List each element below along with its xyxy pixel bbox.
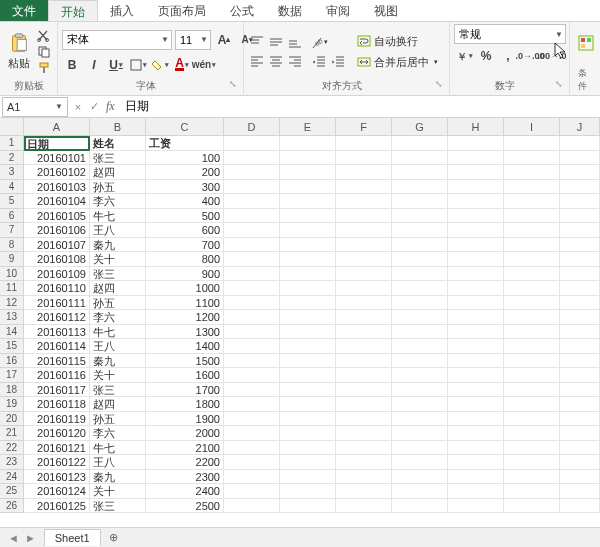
paste-button[interactable]: 粘贴 — [4, 30, 34, 73]
cell[interactable] — [448, 441, 504, 456]
phonetic-button[interactable]: wén▾ — [194, 56, 214, 74]
font-size-input[interactable] — [176, 31, 198, 49]
align-middle-button[interactable] — [267, 33, 285, 51]
fill-color-button[interactable]: ▾ — [150, 56, 170, 74]
cell[interactable] — [336, 136, 392, 151]
cell[interactable] — [560, 470, 600, 485]
font-dialog-launcher[interactable]: ⤡ — [229, 79, 239, 94]
cell[interactable]: 秦九 — [90, 354, 146, 369]
cell[interactable] — [280, 252, 336, 267]
cell[interactable] — [448, 209, 504, 224]
chevron-down-icon[interactable]: ▼ — [198, 35, 210, 44]
cell[interactable] — [504, 281, 560, 296]
cell[interactable] — [504, 267, 560, 282]
cell[interactable] — [280, 484, 336, 499]
cell[interactable] — [224, 470, 280, 485]
cell[interactable] — [392, 499, 448, 514]
cell[interactable]: 赵四 — [90, 397, 146, 412]
font-name-input[interactable] — [63, 31, 159, 49]
cell[interactable]: 500 — [146, 209, 224, 224]
cell[interactable] — [448, 455, 504, 470]
cell[interactable] — [336, 484, 392, 499]
cell[interactable]: 20160106 — [24, 223, 90, 238]
cell[interactable]: 赵四 — [90, 281, 146, 296]
cell[interactable] — [336, 354, 392, 369]
align-left-button[interactable] — [248, 52, 266, 70]
cell[interactable] — [448, 180, 504, 195]
row-header[interactable]: 26 — [0, 499, 24, 514]
cell[interactable]: 1500 — [146, 354, 224, 369]
cell[interactable] — [504, 223, 560, 238]
cell[interactable]: 1900 — [146, 412, 224, 427]
cell[interactable] — [560, 267, 600, 282]
cell[interactable] — [336, 426, 392, 441]
cell[interactable]: 1000 — [146, 281, 224, 296]
cell[interactable]: 800 — [146, 252, 224, 267]
cell[interactable] — [504, 455, 560, 470]
cell[interactable]: 20160109 — [24, 267, 90, 282]
cell[interactable] — [448, 325, 504, 340]
cell[interactable]: 20160105 — [24, 209, 90, 224]
cell[interactable]: 20160121 — [24, 441, 90, 456]
cell[interactable]: 关十 — [90, 484, 146, 499]
cell[interactable] — [280, 412, 336, 427]
cell[interactable] — [224, 426, 280, 441]
cell[interactable] — [224, 223, 280, 238]
cell[interactable]: 姓名 — [90, 136, 146, 151]
cell[interactable] — [504, 368, 560, 383]
cell[interactable] — [560, 441, 600, 456]
cell[interactable] — [224, 484, 280, 499]
cell[interactable]: 300 — [146, 180, 224, 195]
cell[interactable] — [448, 484, 504, 499]
cell[interactable] — [336, 223, 392, 238]
cell[interactable]: 关十 — [90, 252, 146, 267]
row-header[interactable]: 11 — [0, 281, 24, 296]
cell[interactable]: 王八 — [90, 339, 146, 354]
cell[interactable] — [448, 165, 504, 180]
col-header[interactable]: F — [336, 118, 392, 136]
tab-视图[interactable]: 视图 — [362, 0, 410, 21]
alignment-dialog-launcher[interactable]: ⤡ — [435, 79, 445, 94]
cell[interactable] — [280, 339, 336, 354]
cell[interactable] — [224, 281, 280, 296]
cell[interactable] — [560, 194, 600, 209]
cell[interactable]: 张三 — [90, 151, 146, 166]
cell[interactable]: 1200 — [146, 310, 224, 325]
col-header[interactable]: C — [146, 118, 224, 136]
cell[interactable] — [504, 151, 560, 166]
format-painter-button[interactable] — [36, 61, 52, 75]
cell[interactable] — [280, 325, 336, 340]
cell[interactable]: 20160122 — [24, 455, 90, 470]
bold-button[interactable]: B — [62, 56, 82, 74]
cell[interactable] — [448, 470, 504, 485]
cell[interactable] — [224, 383, 280, 398]
chevron-down-icon[interactable]: ▼ — [55, 102, 63, 111]
cell[interactable]: 20160114 — [24, 339, 90, 354]
increase-font-button[interactable]: A▴ — [214, 31, 234, 49]
cell[interactable] — [448, 339, 504, 354]
cell[interactable] — [392, 136, 448, 151]
cell[interactable]: 20160110 — [24, 281, 90, 296]
cell[interactable] — [224, 310, 280, 325]
cell[interactable] — [224, 238, 280, 253]
cell[interactable]: 20160111 — [24, 296, 90, 311]
cell[interactable]: 2500 — [146, 499, 224, 514]
cell[interactable] — [280, 499, 336, 514]
cell[interactable] — [224, 455, 280, 470]
select-all-button[interactable] — [0, 118, 24, 136]
cell[interactable] — [560, 165, 600, 180]
cell[interactable] — [224, 499, 280, 514]
font-color-button[interactable]: A▾ — [172, 56, 192, 74]
cell[interactable] — [560, 412, 600, 427]
row-header[interactable]: 18 — [0, 383, 24, 398]
cell[interactable] — [560, 180, 600, 195]
cell[interactable]: 20160124 — [24, 484, 90, 499]
cell[interactable] — [504, 252, 560, 267]
cell[interactable] — [336, 325, 392, 340]
cell[interactable]: 牛七 — [90, 209, 146, 224]
cell[interactable] — [448, 223, 504, 238]
col-header[interactable]: A — [24, 118, 90, 136]
cell[interactable] — [504, 484, 560, 499]
merge-center-button[interactable]: 合并后居中▾ — [353, 53, 442, 72]
cell[interactable] — [336, 238, 392, 253]
